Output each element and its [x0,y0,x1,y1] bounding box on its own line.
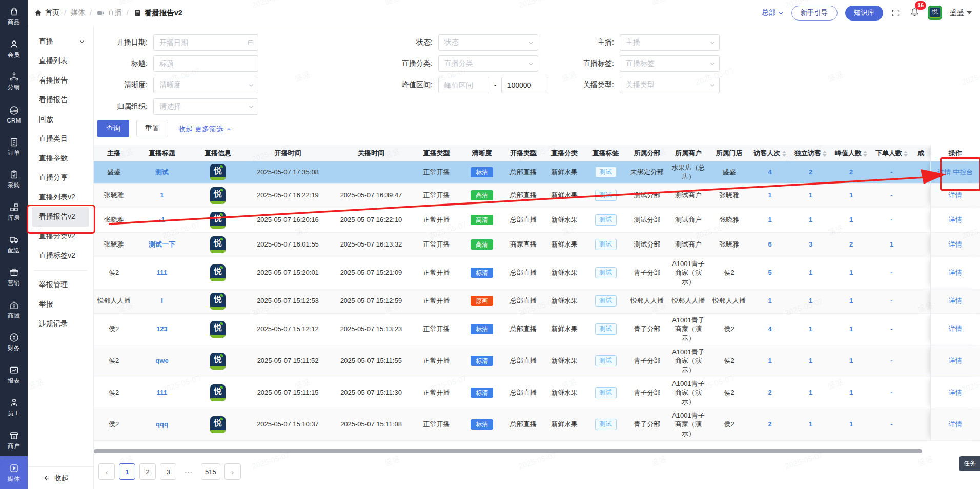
rail-item-mall[interactable]: 商城 [0,293,28,326]
quality-select[interactable]: 清晰度 [153,77,258,93]
sidebar-item[interactable]: 举报 [28,295,93,314]
metric-link[interactable]: 1 [809,191,812,199]
next-page-button[interactable]: › [224,463,241,480]
live-title-link[interactable]: 测试一下 [149,240,175,248]
column-header-unique_visitors[interactable]: 独立访客 [790,145,831,161]
detail-link[interactable]: 详情 [949,191,962,199]
sidebar-group-live[interactable]: 直播 [28,32,93,51]
title-input-field[interactable] [159,59,244,68]
metric-link[interactable]: 4 [768,168,771,176]
live-title-link[interactable]: ·1 [159,216,165,223]
breadcrumb-item[interactable]: 媒体 [71,8,85,17]
sidebar-collapse-button[interactable]: 收起 [28,466,93,489]
rail-item-staff[interactable]: 员工 [0,391,28,424]
detail-link[interactable]: 详情 [949,240,962,248]
metric-link[interactable]: 1 [809,389,812,396]
sidebar-item[interactable]: 直播类目 [28,129,93,149]
rail-item-purchase[interactable]: 采购 [0,163,28,196]
notifications-bell-icon[interactable]: 16 [909,7,920,19]
rail-item-merchants[interactable]: 商户 [0,424,28,457]
collapse-more-filters-link[interactable]: 收起 更多筛选 [178,125,232,134]
table-row[interactable]: 张晓雅·1悦2025-05-07 16:20:162025-05-07 16:2… [94,208,980,232]
metric-link[interactable]: 1 [809,420,812,428]
metric-link[interactable]: 1 [849,325,853,333]
metric-link[interactable]: 1 [849,269,853,276]
sidebar-item[interactable]: 看播报告 [28,90,93,110]
search-button[interactable]: 查询 [97,120,129,137]
rail-item-warehouse[interactable]: 库房 [0,196,28,229]
metric-link[interactable]: 1 [890,240,893,248]
detail-link[interactable]: 详情 [949,216,962,223]
rail-item-orders[interactable]: 订单 [0,130,28,163]
detail-link[interactable]: 详情 [949,325,962,333]
rail-item-media[interactable]: 媒体 [0,456,28,489]
page-button[interactable]: 3 [160,463,176,480]
sidebar-item[interactable]: 直播分类v2 [28,227,93,246]
table-row[interactable]: 侯2111悦2025-05-07 15:11:152025-05-07 15:1… [94,377,980,409]
metric-link[interactable]: 6 [768,240,771,248]
sidebar-item[interactable]: 直播列表v2 [28,188,93,207]
title-input[interactable] [153,55,258,72]
start-date-input-field[interactable] [159,38,244,47]
metric-link[interactable]: 1 [849,389,853,396]
task-tab[interactable]: 任务 [959,456,980,471]
horizontal-scrollbar[interactable] [94,449,922,453]
avatar[interactable]: 悦 [928,6,942,20]
table-row[interactable]: 侯2qwe悦2025-05-07 15:11:522025-05-07 15:1… [94,345,980,377]
start-date-input[interactable] [153,34,258,51]
org-switcher[interactable]: 总部 [762,8,784,17]
detail-link[interactable]: 详情 [949,297,962,304]
prev-page-button[interactable]: ‹ [98,463,115,480]
kb-button[interactable]: 知识库 [845,6,884,21]
detail-link[interactable]: 详情 [949,269,962,276]
live-title-link[interactable]: 测试 [155,168,169,176]
peak-min-input[interactable] [438,77,489,93]
metric-link[interactable]: 2 [809,168,812,176]
rail-item-crm[interactable]: CRMCRM [0,98,28,131]
metric-link[interactable]: 2 [849,168,853,176]
live-title-link[interactable]: 111 [157,389,167,396]
metric-link[interactable]: 1 [768,297,771,304]
rail-item-distribution[interactable]: 分销 [0,65,28,98]
metric-link[interactable]: 1 [809,357,812,364]
metric-link[interactable]: 1 [849,191,853,199]
sidebar-item[interactable]: 看播报告v2 [32,207,89,227]
column-header-visits[interactable]: 访客人次 [749,145,790,161]
sidebar-item[interactable]: 直播标签v2 [28,246,93,266]
rail-item-finance[interactable]: 财务 [0,326,28,359]
tag-select[interactable]: 直播标签 [620,55,720,72]
metric-link[interactable]: 1 [849,357,853,364]
metric-link[interactable]: 1 [809,297,812,304]
column-header-orders[interactable]: 下单人数 [871,145,912,161]
guide-button[interactable]: 新手引导 [791,6,838,21]
metric-link[interactable]: 1 [849,216,853,223]
status-select[interactable]: 状态 [438,34,538,51]
breadcrumb-item[interactable]: 直播 [96,8,122,17]
console-link[interactable]: 中控台 [953,168,973,176]
rail-item-goods[interactable]: 商品 [0,0,28,33]
close-type-select[interactable]: 关播类型 [620,77,720,93]
sidebar-item[interactable]: 看播报告 [28,71,93,90]
detail-link[interactable]: 详情 [949,420,962,428]
reset-button[interactable]: 重置 [136,120,168,137]
live-title-link[interactable]: 1 [160,191,164,199]
peak-max-input[interactable] [501,77,548,93]
table-row[interactable]: 侯2123悦2025-05-07 15:12:122025-05-07 15:1… [94,313,980,345]
sidebar-item[interactable]: 直播分享 [28,168,93,188]
table-row[interactable]: 侯2qqq悦2025-05-07 15:10:372025-05-07 15:1… [94,409,980,440]
table-row[interactable]: 张晓雅1悦2025-05-07 16:22:192025-05-07 16:39… [94,183,980,208]
peak-min-input-field[interactable] [444,81,484,89]
user-menu[interactable]: 盛盛 [950,8,972,17]
metric-link[interactable]: 2 [768,420,771,428]
metric-link[interactable]: 1 [809,216,812,223]
rail-item-members[interactable]: 会员 [0,33,28,66]
metric-link[interactable]: 2 [849,240,853,248]
metric-link[interactable]: 1 [768,191,771,199]
page-button[interactable]: 1 [119,463,135,480]
metric-link[interactable]: 5 [768,269,771,276]
sidebar-item[interactable]: 举报管理 [28,275,93,295]
live-title-link[interactable]: I [161,297,163,304]
rail-item-reports[interactable]: 报表 [0,359,28,392]
peak-max-input-field[interactable] [507,81,544,89]
page-button[interactable]: 2 [139,463,156,480]
